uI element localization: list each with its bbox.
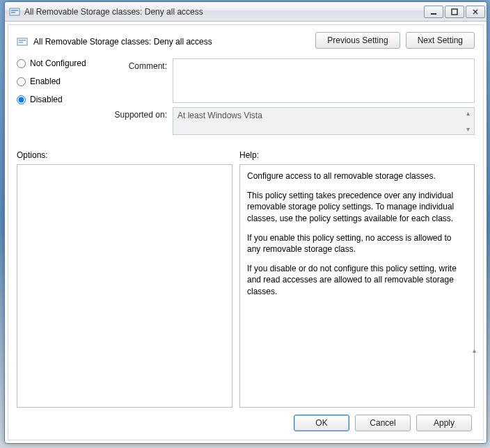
dialog-content: All Removable Storage classes: Deny all … xyxy=(8,24,484,440)
options-label: Options: xyxy=(17,150,239,160)
policy-icon xyxy=(17,36,28,47)
comment-textarea[interactable] xyxy=(173,58,475,103)
window-buttons xyxy=(422,6,485,18)
previous-setting-button[interactable]: Previous Setting xyxy=(315,32,400,49)
policy-editor-window: All Removable Storage classes: Deny all … xyxy=(4,1,487,444)
policy-heading: All Removable Storage classes: Deny all … xyxy=(17,32,315,47)
comment-label: Comment: xyxy=(104,58,167,71)
radio-disabled-input[interactable] xyxy=(17,95,26,104)
comment-row: Comment: xyxy=(104,58,475,103)
config-row: Not Configured Enabled Disabled Comment: xyxy=(17,58,475,135)
minimize-button[interactable] xyxy=(424,6,443,18)
cancel-button[interactable]: Cancel xyxy=(355,415,411,431)
next-setting-button[interactable]: Next Setting xyxy=(406,32,475,49)
help-label: Help: xyxy=(239,150,259,160)
supported-label: Supported on: xyxy=(104,107,167,120)
dialog-footer: OK Cancel Apply xyxy=(17,408,475,433)
fields: Comment: Supported on: At least Windows … xyxy=(104,58,475,135)
ok-button[interactable]: OK xyxy=(294,415,349,431)
radio-enabled-label: Enabled xyxy=(30,77,61,86)
help-p4: If you disable or do not configure this … xyxy=(247,263,467,297)
titlebar[interactable]: All Removable Storage classes: Deny all … xyxy=(5,2,487,22)
help-p3: If you enable this policy setting, no ac… xyxy=(247,232,467,255)
help-panel[interactable]: Configure access to all removable storag… xyxy=(239,164,475,408)
radio-disabled[interactable]: Disabled xyxy=(17,95,93,104)
svg-rect-8 xyxy=(19,40,26,41)
nav-buttons: Previous Setting Next Setting xyxy=(315,32,475,49)
apply-button[interactable]: Apply xyxy=(416,415,472,431)
supported-on-box: At least Windows Vista ▴ ▾ xyxy=(173,107,475,135)
svg-rect-1 xyxy=(11,10,18,11)
svg-rect-4 xyxy=(452,9,457,15)
window-title: All Removable Storage classes: Deny all … xyxy=(24,7,422,17)
radio-enabled-input[interactable] xyxy=(17,77,26,86)
radio-not-configured-label: Not Configured xyxy=(30,58,86,68)
header-row: All Removable Storage classes: Deny all … xyxy=(17,32,475,49)
app-icon xyxy=(9,6,20,17)
maximize-button[interactable] xyxy=(445,6,464,18)
svg-rect-2 xyxy=(11,12,15,13)
help-scroll-up-icon[interactable]: ▴ xyxy=(473,346,476,354)
help-p2: This policy setting takes precedence ove… xyxy=(247,190,467,224)
scroll-down-icon[interactable]: ▾ xyxy=(463,125,473,133)
policy-title: All Removable Storage classes: Deny all … xyxy=(33,37,212,47)
radio-disabled-label: Disabled xyxy=(30,95,63,104)
svg-rect-3 xyxy=(431,13,436,15)
radio-enabled[interactable]: Enabled xyxy=(17,77,93,86)
supported-row: Supported on: At least Windows Vista ▴ ▾ xyxy=(104,107,475,135)
section-labels: Options: Help: xyxy=(17,150,475,160)
svg-rect-9 xyxy=(19,42,23,43)
options-panel xyxy=(17,164,232,408)
help-p1: Configure access to all removable storag… xyxy=(247,170,467,182)
close-button[interactable] xyxy=(466,6,485,18)
scroll-up-icon[interactable]: ▴ xyxy=(463,109,473,117)
radio-not-configured[interactable]: Not Configured xyxy=(17,58,93,68)
radio-not-configured-input[interactable] xyxy=(17,59,26,68)
supported-on-text: At least Windows Vista xyxy=(177,111,262,120)
panels: Configure access to all removable storag… xyxy=(17,164,475,408)
state-radios: Not Configured Enabled Disabled xyxy=(17,58,93,135)
